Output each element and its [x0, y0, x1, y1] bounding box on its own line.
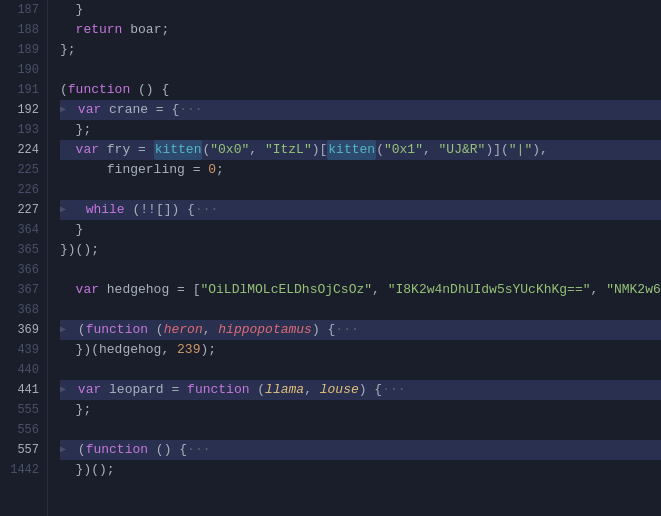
- code-text: return: [76, 20, 123, 40]
- code-text: (: [250, 380, 266, 400]
- code-text: hedgehog: [99, 280, 177, 300]
- fold-arrow-192[interactable]: ▶: [60, 100, 66, 120]
- code-text: ···: [195, 200, 218, 220]
- ln-364: 364: [8, 220, 39, 240]
- fold-arrow-557[interactable]: ▶: [60, 440, 66, 460]
- code-line-439: })(hedgehog, 239);: [60, 340, 661, 360]
- code-text: {: [374, 380, 382, 400]
- code-text: "OiLDlMOLcELDhsOjCsOz": [200, 280, 372, 300]
- code-line-224: var fry = kitten("0x0", "ItzL")[kitten("…: [60, 140, 661, 160]
- code-text: ,: [203, 320, 219, 340]
- code-text: ): [312, 320, 328, 340]
- ln-557: 557: [8, 440, 39, 460]
- ln-556: 556: [8, 420, 39, 440]
- code-line-555: };: [60, 400, 661, 420]
- code-text: );: [83, 240, 99, 260]
- ln-368: 368: [8, 300, 39, 320]
- code-line-367: var hedgehog = ["OiLDlMOLcELDhsOjCsOz", …: [60, 280, 661, 300]
- code-text: [60, 20, 76, 40]
- code-text: {: [179, 440, 187, 460]
- code-text: )](: [485, 140, 508, 160]
- code-text: })(: [60, 240, 83, 260]
- code-text: (: [148, 320, 164, 340]
- code-line-227: ▶ while (!![]) {···: [60, 200, 661, 220]
- code-line-188: return boar;: [60, 20, 661, 40]
- ln-226: 226: [8, 180, 39, 200]
- code-text: [70, 200, 86, 220]
- code-text: ),: [532, 140, 548, 160]
- ln-224: 224: [8, 140, 39, 160]
- code-text: ,: [372, 280, 388, 300]
- code-text: [60, 140, 76, 160]
- code-text: "I8K2w4nDhUIdw5sYUcKhKg==": [388, 280, 591, 300]
- ln-441: 441: [8, 380, 39, 400]
- ln-193: 193: [8, 120, 39, 140]
- ln-189: 189: [8, 40, 39, 60]
- code-text: =: [138, 140, 154, 160]
- ln-367: 367: [8, 280, 39, 300]
- ln-225: 225: [8, 160, 39, 180]
- code-line-191: (function () {: [60, 80, 661, 100]
- code-text: };: [60, 120, 91, 140]
- ln-439: 439: [8, 340, 39, 360]
- code-text: crane: [101, 100, 156, 120]
- code-text: ···: [335, 320, 358, 340]
- ln-440: 440: [8, 360, 39, 380]
- code-text: ;: [216, 160, 224, 180]
- kitten-2: kitten: [327, 140, 376, 160]
- code-text: ,: [591, 280, 607, 300]
- code-text: ···: [187, 440, 210, 460]
- code-text: fingerling: [60, 160, 193, 180]
- code-text: ,: [249, 140, 265, 160]
- code-line-187: }: [60, 0, 661, 20]
- code-line-225: fingerling = 0;: [60, 160, 661, 180]
- ln-555: 555: [8, 400, 39, 420]
- code-text: ;: [161, 20, 169, 40]
- code-text: [70, 100, 78, 120]
- code-text: (): [148, 440, 179, 460]
- code-text: fry: [99, 140, 138, 160]
- code-text: }: [60, 220, 83, 240]
- code-text: )[: [312, 140, 328, 160]
- code-text: (: [70, 440, 86, 460]
- code-text: hippopotamus: [218, 320, 312, 340]
- code-text: (: [125, 200, 141, 220]
- code-line-366: [60, 260, 661, 280]
- code-text: ): [171, 200, 187, 220]
- code-line-440: [60, 360, 661, 380]
- fold-arrow-369[interactable]: ▶: [60, 320, 66, 340]
- code-text: ···: [179, 100, 202, 120]
- code-text: = {: [156, 100, 179, 120]
- code-text: };: [60, 400, 91, 420]
- ln-369: 369: [8, 320, 39, 340]
- code-text: ,: [423, 140, 439, 160]
- code-text: "0x1": [384, 140, 423, 160]
- code-text: (: [60, 80, 68, 100]
- code-line-226: [60, 180, 661, 200]
- ln-227: 227: [8, 200, 39, 220]
- code-text: leopard: [101, 380, 171, 400]
- code-text: [60, 280, 76, 300]
- fold-arrow-441[interactable]: ▶: [60, 380, 66, 400]
- code-text: ,: [304, 380, 320, 400]
- ln-188: 188: [8, 20, 39, 40]
- code-line-190: [60, 60, 661, 80]
- code-line-364: }: [60, 220, 661, 240]
- code-text: 0: [208, 160, 216, 180]
- code-line-556: [60, 420, 661, 440]
- code-text: = [: [177, 280, 200, 300]
- code-text: "0x0": [210, 140, 249, 160]
- code-content: } return boar; }; (function () { ▶ var c…: [48, 0, 661, 516]
- code-text: );: [200, 340, 216, 360]
- code-text: "UJ&R": [439, 140, 486, 160]
- code-text: var: [78, 100, 101, 120]
- code-text: {: [187, 200, 195, 220]
- code-text: var: [76, 280, 99, 300]
- code-text: function: [86, 440, 148, 460]
- line-numbers: 187 188 189 190 191 192 193 224 225 226 …: [0, 0, 48, 516]
- code-text: ): [359, 380, 375, 400]
- code-line-192: ▶ var crane = {···: [60, 100, 661, 120]
- code-text: boar: [122, 20, 161, 40]
- fold-arrow-227[interactable]: ▶: [60, 200, 66, 220]
- code-text: {: [161, 80, 169, 100]
